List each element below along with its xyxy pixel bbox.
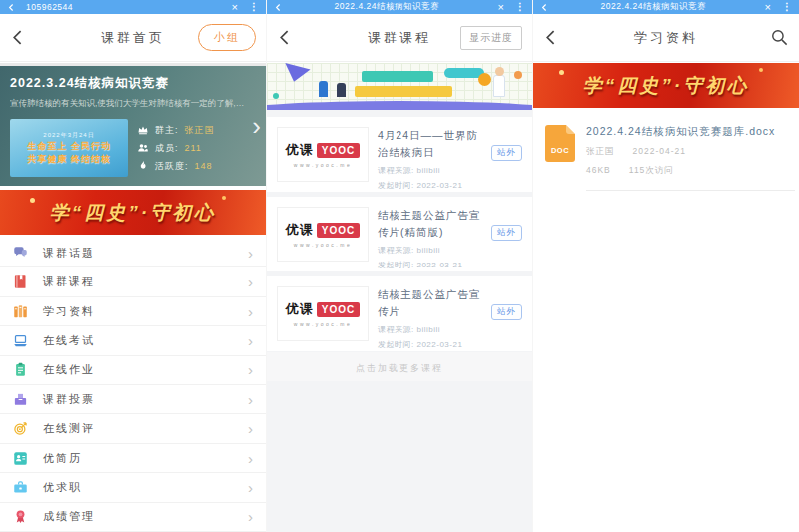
banner-person-figure bbox=[495, 67, 504, 76]
more-icon[interactable]: ⋮ bbox=[511, 2, 525, 12]
file-name: 2022.4.24结核病知识竞赛题库.docx bbox=[586, 125, 787, 139]
menu-label: 在线测评 bbox=[43, 421, 248, 436]
divider bbox=[586, 190, 795, 191]
panel-materials: 2022.4.24结核病知识竞赛 × ⋮ 学习资料 学“四史”·守初心 DOC … bbox=[533, 0, 799, 532]
external-badge: 站外 bbox=[491, 145, 522, 161]
chevron-right-icon: › bbox=[248, 274, 253, 289]
yooc-logo-url: www.yooc.me bbox=[294, 242, 352, 248]
yooc-logo-url: www.yooc.me bbox=[294, 321, 352, 327]
more-icon[interactable]: ⋮ bbox=[245, 2, 259, 12]
banner-decoration bbox=[559, 70, 564, 75]
group-cover-image: 2022年3月24日 生命至上 全民行动 共享健康 终结结核 bbox=[10, 119, 128, 177]
crown-icon bbox=[137, 124, 149, 136]
banner-text: 学“四史”·守初心 bbox=[583, 73, 749, 99]
chat-bubbles-icon bbox=[13, 246, 28, 261]
yooc-logo-en: YOOC bbox=[317, 302, 360, 317]
page-header: 课群首页 小组 bbox=[0, 14, 266, 62]
page-header: 课群课程 显示进度 bbox=[267, 14, 532, 62]
course-source: 课程来源: bilibili bbox=[378, 165, 522, 176]
menu-item-jobs[interactable]: 优求职 › bbox=[0, 473, 266, 502]
menu-item-topics[interactable]: 课群话题 › bbox=[0, 239, 266, 267]
home-menu: 课群话题 › 课群课程 › 学习资料 › 在线考试 › 在线作业 › 课群投票 … bbox=[0, 239, 266, 532]
menu-item-grades[interactable]: 成绩管理 › bbox=[0, 503, 266, 532]
menu-label: 课群课程 bbox=[43, 274, 248, 289]
load-more-button[interactable]: 点击加载更多课程 bbox=[267, 352, 532, 381]
search-icon[interactable] bbox=[770, 28, 789, 47]
menu-item-materials[interactable]: 学习资料 › bbox=[0, 297, 266, 326]
statusbar-title: 2022.4.24结核病知识竞赛 bbox=[283, 1, 491, 13]
course-thumbnail: 优课 YOOC www.yooc.me bbox=[277, 127, 369, 182]
promo-banner-illustration[interactable] bbox=[267, 63, 532, 110]
ballot-icon bbox=[13, 392, 28, 407]
menu-label: 在线考试 bbox=[43, 333, 248, 348]
course-start-time: 发起时间: 2022-03-21 bbox=[378, 180, 522, 191]
campaign-banner[interactable]: 学“四史”·守初心 bbox=[533, 63, 799, 108]
course-card[interactable]: 优课 YOOC www.yooc.me 结核主题公益广告宣传片 站外 课程来源:… bbox=[267, 276, 532, 351]
banner-decoration bbox=[281, 63, 310, 85]
menu-item-assessment[interactable]: 在线测评 › bbox=[0, 414, 266, 443]
stat-activity: 活跃度:148 bbox=[137, 160, 215, 173]
back-arrow-icon[interactable] bbox=[10, 29, 27, 46]
doc-type-label: DOC bbox=[551, 146, 569, 155]
banner-decoration bbox=[273, 93, 279, 99]
course-card[interactable]: 优课 YOOC www.yooc.me 结核主题公益广告宣传片(精简版) 站外 … bbox=[267, 197, 532, 271]
group-button[interactable]: 小组 bbox=[198, 24, 256, 51]
target-icon bbox=[13, 421, 28, 436]
menu-item-resume[interactable]: 优简历 › bbox=[0, 444, 266, 473]
menu-label: 学习资料 bbox=[43, 304, 248, 319]
banner-person-figure bbox=[319, 81, 328, 97]
close-icon[interactable]: × bbox=[491, 2, 511, 13]
back-arrow-icon[interactable] bbox=[277, 29, 294, 46]
stat-owner: 群主:张正国 bbox=[137, 124, 215, 137]
cover-slogan-line2: 共享健康 终结结核 bbox=[27, 153, 111, 165]
back-arrow-icon[interactable] bbox=[543, 29, 560, 46]
laptop-icon bbox=[13, 333, 28, 348]
close-icon[interactable]: × bbox=[758, 2, 778, 13]
back-icon[interactable] bbox=[274, 3, 283, 12]
group-description: 宣传肺结核的有关知识,使我们大学生对肺结核有一定的了解,… bbox=[10, 98, 256, 110]
yooc-logo-en: YOOC bbox=[317, 223, 360, 238]
page-title: 课群课程 bbox=[368, 29, 431, 47]
chevron-right-icon: › bbox=[248, 304, 253, 319]
close-icon[interactable]: × bbox=[225, 2, 245, 13]
menu-item-courses[interactable]: 课群课程 › bbox=[0, 267, 266, 296]
chevron-right-icon: › bbox=[248, 451, 253, 466]
course-card[interactable]: 优课 YOOC www.yooc.me 4月24日——世界防治结核病日 站外 课… bbox=[267, 117, 532, 192]
external-badge: 站外 bbox=[491, 225, 522, 241]
stat-label: 群主: bbox=[155, 124, 179, 137]
show-progress-button[interactable]: 显示进度 bbox=[460, 26, 522, 50]
chevron-right-icon: › bbox=[248, 362, 253, 377]
banner-text-chip bbox=[362, 71, 433, 82]
chevron-right-icon: › bbox=[248, 333, 253, 348]
chevron-right-icon: › bbox=[248, 509, 253, 524]
yooc-logo-cn: 优课 bbox=[286, 141, 314, 159]
stat-value: 张正国 bbox=[185, 124, 215, 137]
chevron-right-icon[interactable]: › bbox=[252, 113, 261, 139]
menu-label: 优求职 bbox=[43, 480, 248, 495]
group-info-card[interactable]: 2022.3.24结核病知识竞赛 宣传肺结核的有关知识,使我们大学生对肺结核有一… bbox=[0, 66, 266, 186]
file-row[interactable]: DOC 2022.4.24结核病知识竞赛题库.docx 张正国 2022-04-… bbox=[533, 110, 799, 188]
stat-members: 成员:211 bbox=[137, 142, 215, 155]
statusbar: 2022.4.24结核病知识竞赛 × ⋮ bbox=[267, 0, 532, 14]
more-icon[interactable]: ⋮ bbox=[778, 2, 792, 12]
menu-item-homework[interactable]: 在线作业 › bbox=[0, 356, 266, 385]
menu-label: 成绩管理 bbox=[43, 509, 248, 524]
back-icon[interactable] bbox=[7, 3, 16, 12]
back-icon[interactable] bbox=[540, 3, 549, 12]
file-owner: 张正国 bbox=[586, 146, 615, 158]
campaign-banner[interactable]: 学“四史”·守初心 bbox=[0, 190, 266, 235]
menu-item-votes[interactable]: 课群投票 › bbox=[0, 385, 266, 414]
page-header: 学习资料 bbox=[533, 14, 799, 62]
menu-item-exams[interactable]: 在线考试 › bbox=[0, 326, 266, 355]
banner-decoration bbox=[514, 71, 522, 79]
course-source: 课程来源: bilibili bbox=[378, 245, 522, 256]
menu-label: 优简历 bbox=[43, 451, 248, 466]
doc-file-icon: DOC bbox=[545, 125, 575, 162]
file-date: 2022-04-21 bbox=[633, 146, 686, 158]
files-icon bbox=[13, 304, 28, 319]
cover-slogan-line1: 生命至上 全民行动 bbox=[27, 140, 111, 152]
banner-decoration bbox=[222, 196, 226, 200]
briefcase-icon bbox=[13, 480, 28, 495]
banner-decoration bbox=[267, 101, 532, 110]
yooc-logo-en: YOOC bbox=[317, 143, 360, 158]
